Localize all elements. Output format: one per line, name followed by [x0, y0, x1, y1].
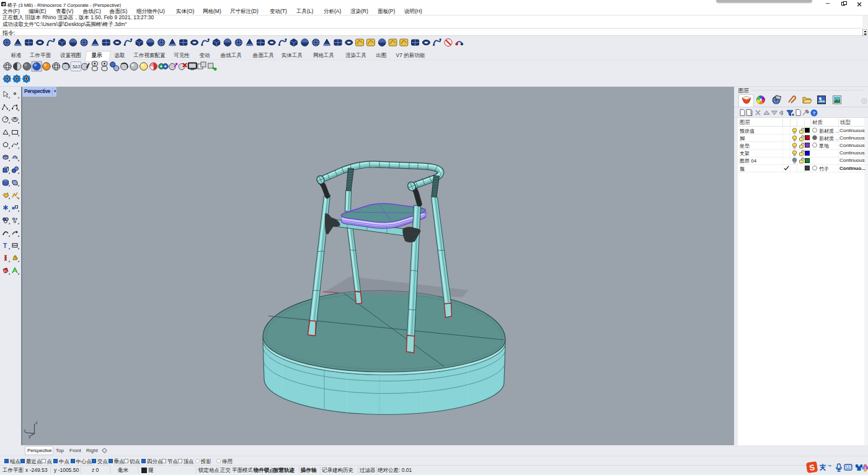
svg-text:T: T: [3, 242, 7, 249]
svg-text:z: z: [35, 420, 38, 425]
svg-text:?: ?: [813, 110, 816, 116]
svg-text:x: x: [24, 428, 26, 433]
svg-text:ʹ’: ʹ’: [828, 464, 831, 470]
svg-text:y: y: [29, 433, 31, 439]
svg-text:5Δ3: 5Δ3: [73, 64, 81, 69]
